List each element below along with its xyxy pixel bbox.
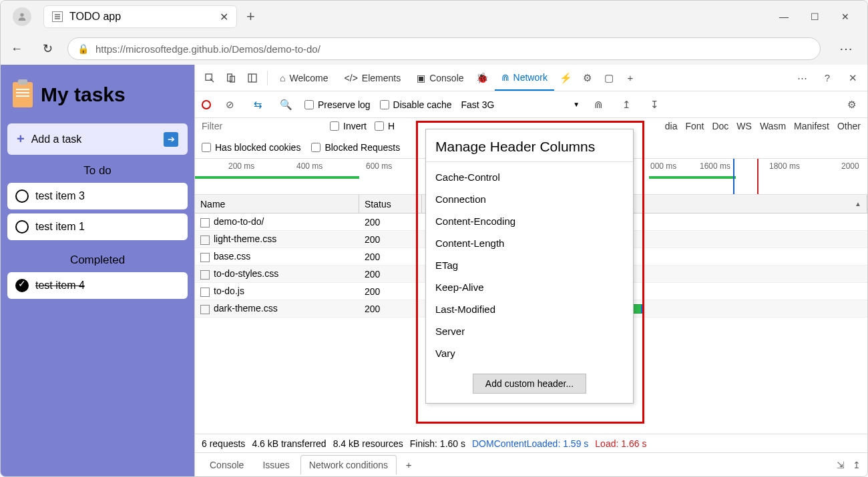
- back-button[interactable]: ←: [6, 38, 27, 59]
- filter-toggle-icon[interactable]: ⇆: [248, 95, 267, 114]
- tab-elements[interactable]: </>Elements: [338, 65, 408, 91]
- task-checkbox[interactable]: [15, 279, 29, 292]
- more-tools-button[interactable]: ⋯: [793, 69, 811, 87]
- browser-tab[interactable]: TODO app ✕: [43, 5, 237, 28]
- task-checkbox[interactable]: [15, 220, 29, 233]
- header-column-option[interactable]: Content-Length: [426, 232, 633, 254]
- tab-title: TODO app: [69, 11, 121, 23]
- app-icon[interactable]: ▢: [600, 69, 618, 87]
- request-name: to-do-styles.css: [214, 268, 278, 279]
- col-status[interactable]: Status: [359, 195, 422, 213]
- devtools-close-button[interactable]: ✕: [843, 69, 862, 87]
- network-settings-icon[interactable]: ⚙: [842, 95, 861, 114]
- invert-checkbox[interactable]: Invert: [330, 121, 367, 131]
- header-column-option[interactable]: ETag: [426, 254, 633, 276]
- plus-icon: +: [17, 131, 25, 147]
- todo-heading: To do: [7, 155, 188, 183]
- request-status: 200: [359, 286, 422, 297]
- task-checkbox[interactable]: [15, 189, 29, 203]
- file-icon: [200, 235, 210, 245]
- hide-data-checkbox[interactable]: H: [375, 121, 395, 131]
- window-titlebar: TODO app ✕ + — ☐ ✕: [1, 1, 867, 33]
- refresh-button[interactable]: ↻: [37, 38, 58, 59]
- add-task-input[interactable]: + Add a task ➔: [7, 123, 188, 155]
- performance-icon[interactable]: ⚡: [557, 69, 576, 87]
- clear-button[interactable]: ⊘: [220, 95, 239, 114]
- task-item[interactable]: test item 3: [7, 183, 188, 209]
- request-status: 200: [359, 304, 422, 314]
- settings-icon[interactable]: ⚙: [578, 69, 597, 87]
- header-column-option[interactable]: Last-Modified: [426, 298, 633, 320]
- filter-type-ws[interactable]: WS: [736, 121, 752, 131]
- drawer-icon-1[interactable]: ⇲: [837, 460, 845, 470]
- devtools-tabbar: ⌂Welcome </>Elements ▣Console 🐞 ⋒Network…: [195, 65, 867, 91]
- submit-arrow-icon[interactable]: ➔: [164, 132, 178, 147]
- throttling-dropdown-icon[interactable]: ▼: [573, 101, 580, 108]
- bug-icon[interactable]: 🐞: [473, 69, 492, 87]
- device-toggle-icon[interactable]: [222, 69, 240, 87]
- drawer-console[interactable]: Console: [202, 456, 252, 474]
- tab-network[interactable]: ⋒Network: [495, 65, 554, 91]
- filter-type-font[interactable]: Font: [685, 121, 704, 131]
- drawer-add-button[interactable]: +: [399, 456, 418, 474]
- filter-type-other[interactable]: Other: [837, 121, 861, 131]
- task-item[interactable]: test item 1: [7, 213, 188, 240]
- help-button[interactable]: ?: [818, 69, 837, 87]
- url-input[interactable]: 🔒 https://microsoftedge.github.io/Demos/…: [67, 37, 821, 60]
- file-icon: [200, 218, 210, 227]
- request-name: dark-theme.css: [214, 303, 278, 314]
- request-status: 200: [359, 217, 422, 227]
- browser-menu-button[interactable]: ⋯: [839, 41, 853, 57]
- window-minimize-button[interactable]: —: [778, 11, 790, 22]
- drawer-issues[interactable]: Issues: [254, 456, 297, 474]
- request-status: 200: [359, 269, 422, 280]
- header-column-option[interactable]: Connection: [426, 188, 633, 210]
- task-item-completed[interactable]: test item 4: [7, 272, 188, 299]
- task-label: test item 4: [35, 280, 85, 292]
- record-button[interactable]: [202, 100, 211, 109]
- col-name[interactable]: Name: [195, 195, 359, 213]
- blocked-cookies-checkbox[interactable]: Has blocked cookies: [202, 142, 300, 153]
- add-custom-header-button[interactable]: Add custom header...: [473, 374, 586, 394]
- search-icon[interactable]: 🔍: [276, 95, 295, 114]
- filter-type-manifest[interactable]: Manifest: [794, 121, 829, 131]
- task-label: test item 1: [35, 221, 85, 233]
- status-load: Load: 1.66 s: [595, 438, 646, 449]
- file-icon: [200, 253, 210, 262]
- popup-title: Manage Header Columns: [426, 129, 633, 162]
- lock-icon: 🔒: [77, 43, 89, 54]
- tab-console[interactable]: ▣Console: [410, 65, 470, 91]
- header-column-option[interactable]: Keep-Alive: [426, 276, 633, 298]
- header-column-option[interactable]: Vary: [426, 342, 633, 364]
- rendered-page: My tasks + Add a task ➔ To do test item …: [1, 65, 194, 476]
- home-icon: ⌂: [280, 73, 285, 83]
- import-icon[interactable]: ↥: [617, 95, 636, 114]
- clipboard-icon: [13, 82, 33, 107]
- blocked-requests-checkbox[interactable]: Blocked Requests: [311, 142, 400, 153]
- tab-welcome[interactable]: ⌂Welcome: [273, 65, 335, 91]
- inspect-icon[interactable]: [200, 69, 219, 87]
- tab-close-button[interactable]: ✕: [220, 11, 228, 23]
- header-column-option[interactable]: Content-Encoding: [426, 210, 633, 232]
- filter-type-dia[interactable]: dia: [665, 121, 678, 131]
- window-maximize-button[interactable]: ☐: [809, 11, 821, 22]
- filter-input[interactable]: [202, 121, 322, 131]
- header-column-option[interactable]: Server: [426, 320, 633, 342]
- window-close-button[interactable]: ✕: [839, 11, 851, 22]
- svg-point-0: [20, 13, 23, 17]
- add-tab-button[interactable]: +: [621, 69, 640, 87]
- filter-type-doc[interactable]: Doc: [712, 121, 728, 131]
- drawer-icon-2[interactable]: ↥: [853, 460, 861, 470]
- throttling-select[interactable]: Fast 3G: [461, 99, 495, 110]
- dock-icon[interactable]: [243, 69, 262, 87]
- header-column-option[interactable]: Cache-Control: [426, 166, 633, 188]
- request-status: 200: [359, 252, 422, 262]
- preserve-log-checkbox[interactable]: Preserve log: [304, 99, 371, 110]
- filter-type-wasm[interactable]: Wasm: [760, 121, 786, 131]
- wifi-conditions-icon[interactable]: ⋒: [589, 95, 608, 114]
- disable-cache-checkbox[interactable]: Disable cache: [380, 99, 452, 110]
- profile-avatar[interactable]: [13, 7, 31, 26]
- drawer-network-conditions[interactable]: Network conditions: [300, 455, 397, 474]
- new-tab-button[interactable]: +: [246, 8, 255, 25]
- export-icon[interactable]: ↧: [645, 95, 664, 114]
